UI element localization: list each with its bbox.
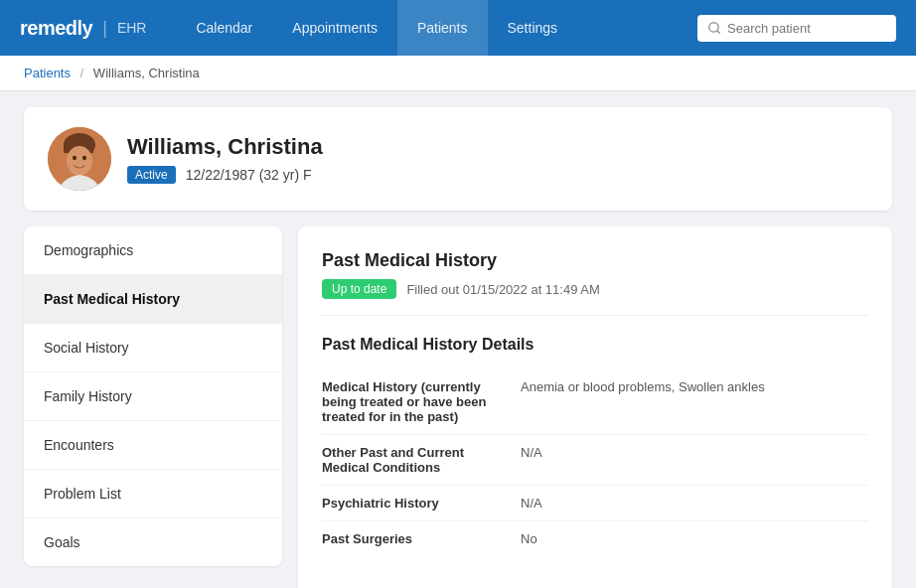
sidebar-item-demographics[interactable]: Demographics	[24, 226, 282, 275]
patient-card-wrapper: Williams, Christina Active 12/22/1987 (3…	[0, 91, 916, 226]
sidebar-item-family-history[interactable]: Family History	[24, 372, 282, 421]
field-value: N/A	[521, 435, 868, 486]
active-badge: Active	[127, 166, 176, 184]
nav-links: Calendar Appointments Patients Settings	[176, 0, 697, 56]
patient-info: Williams, Christina Active 12/22/1987 (3…	[127, 134, 323, 184]
table-row: Medical History (currently being treated…	[322, 369, 868, 435]
brand: remedly | EHR	[20, 17, 146, 40]
avatar-svg	[48, 127, 111, 191]
svg-line-1	[717, 31, 720, 34]
status-text: Filled out 01/15/2022 at 11:49 AM	[406, 282, 599, 297]
sidebar: Demographics Past Medical History Social…	[24, 226, 282, 566]
avatar	[48, 127, 111, 191]
search-box	[697, 15, 896, 42]
section-title: Past Medical History	[322, 250, 868, 271]
sidebar-item-goals[interactable]: Goals	[24, 518, 282, 566]
field-value: N/A	[521, 486, 868, 521]
sidebar-item-problem-list[interactable]: Problem List	[24, 470, 282, 518]
patient-dob: 12/22/1987 (32 yr) F	[186, 167, 312, 183]
uptodate-badge: Up to date	[322, 279, 396, 299]
nav-patients[interactable]: Patients	[397, 0, 488, 56]
sidebar-item-social-history[interactable]: Social History	[24, 324, 282, 372]
breadcrumb-parent[interactable]: Patients	[24, 66, 71, 80]
search-icon	[707, 21, 721, 35]
table-row: Psychiatric History N/A	[322, 486, 868, 521]
brand-name: remedly	[20, 17, 92, 40]
navbar: remedly | EHR Calendar Appointments Pati…	[0, 0, 916, 56]
field-label: Psychiatric History	[322, 486, 521, 521]
svg-point-7	[82, 156, 86, 160]
field-label: Other Past and Current Medical Condition…	[322, 435, 521, 486]
patient-name: Williams, Christina	[127, 134, 323, 160]
nav-appointments[interactable]: Appointments	[272, 0, 397, 56]
nav-settings[interactable]: Settings	[488, 0, 578, 56]
breadcrumb-current: Williams, Christina	[93, 66, 200, 80]
table-row: Other Past and Current Medical Condition…	[322, 435, 868, 486]
detail-table: Medical History (currently being treated…	[322, 369, 868, 556]
detail-panel: Past Medical History Up to date Filled o…	[298, 226, 892, 588]
svg-point-6	[73, 156, 76, 160]
table-row: Past Surgeries No	[322, 521, 868, 557]
svg-point-5	[67, 146, 92, 176]
brand-subtitle: EHR	[117, 20, 147, 36]
sidebar-item-encounters[interactable]: Encounters	[24, 421, 282, 470]
field-label: Past Surgeries	[322, 521, 521, 557]
status-row: Up to date Filled out 01/15/2022 at 11:4…	[322, 279, 868, 316]
field-label: Medical History (currently being treated…	[322, 369, 521, 435]
patient-card: Williams, Christina Active 12/22/1987 (3…	[24, 107, 892, 211]
breadcrumb-separator: /	[80, 66, 84, 80]
nav-calendar[interactable]: Calendar	[176, 0, 272, 56]
main-content: Demographics Past Medical History Social…	[0, 226, 916, 588]
brand-divider: |	[102, 18, 107, 39]
sidebar-item-past-medical-history[interactable]: Past Medical History	[24, 275, 282, 324]
search-input[interactable]	[727, 21, 886, 36]
subsection-title: Past Medical History Details	[322, 336, 868, 354]
field-value: Anemia or blood problems, Swollen ankles	[521, 369, 868, 435]
patient-meta: Active 12/22/1987 (32 yr) F	[127, 166, 323, 184]
breadcrumb: Patients / Williams, Christina	[0, 56, 916, 91]
field-value: No	[521, 521, 868, 557]
